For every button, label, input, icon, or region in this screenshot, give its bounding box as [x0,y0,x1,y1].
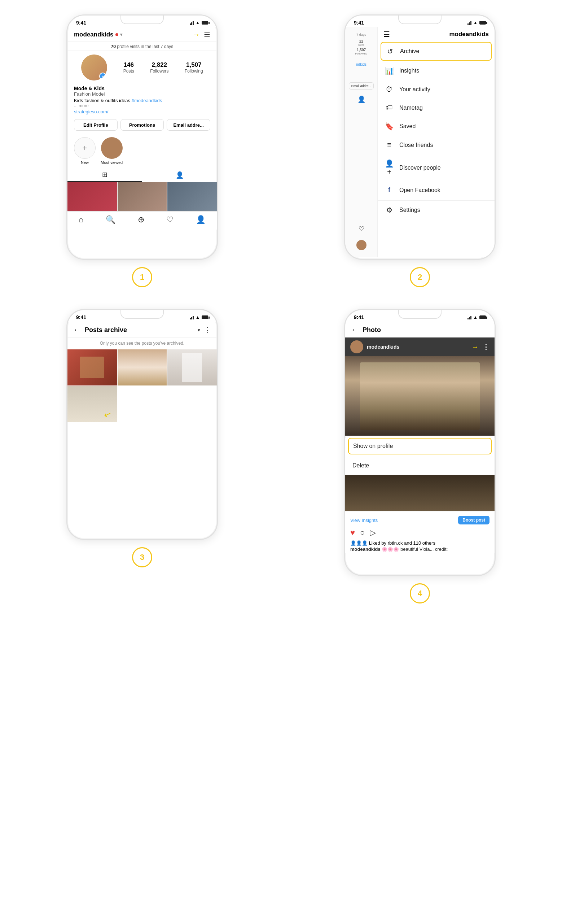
highlight-most-viewed[interactable]: Most viewed [101,137,123,165]
likes-row: 👤👤👤 Liked by rbtin.ck and 110 others [350,540,489,546]
time-2: 9:41 [354,20,364,26]
header-icons: → ☰ [192,30,210,39]
avatar-add-button[interactable]: + [99,72,106,80]
nav-profile-icon[interactable]: 👤 [196,215,206,225]
wifi-icon-4: ▲ [473,315,478,320]
stat-following: 1,507 Following [185,62,203,74]
highlights-row: + New Most viewed [67,134,217,168]
cell-2: 9:41 ▲ 7 days 22 wers 1,507 Following [288,14,552,287]
back-icon[interactable]: ← [73,325,81,334]
photo-image [345,356,495,436]
menu-item-open-facebook[interactable]: f Open Facebook [378,181,495,199]
screen2-right-panel: ☰ modeandkids ↺ Archive 📊 Insights ⏱ [378,27,495,257]
discover-people-icon: 👤+ [384,159,394,176]
tab-tagged[interactable]: 👤 [142,168,217,182]
notch-4 [398,310,441,319]
delete-button[interactable]: Delete [345,457,495,475]
archive-grid-item-2[interactable] [118,350,167,386]
hamburger-icon[interactable]: ☰ [204,30,210,39]
bio-link[interactable]: strategieso.com/ [74,109,108,114]
menu-hamburger-icon[interactable]: ☰ [383,30,390,39]
show-on-profile-button[interactable]: Show on profile [348,438,492,454]
left-nav-partial: ♡ [356,225,366,255]
post-header: modeandkids → ⋮ [345,338,495,356]
menu-item-nametag[interactable]: 🏷 Nametag [378,99,495,117]
time-1: 9:41 [76,20,86,26]
profile-username[interactable]: modeandkids ▾ [74,31,122,38]
bio-section: Mode & Kids Fashion Model Kids fashion &… [67,84,217,116]
step-4: 4 [410,583,430,603]
grid-item-3[interactable] [167,182,217,211]
left-kids-link: ndkids [354,61,368,68]
grid-item-1[interactable] [67,182,117,211]
left-tagged-icon: 👤 [357,95,365,103]
boost-button[interactable]: Boost post [458,516,489,525]
left-heart-icon: ♡ [359,225,364,233]
screen2-left-panel: 7 days 22 wers 1,507 Following ndkids Em… [345,27,378,257]
battery-icon-2 [480,21,486,24]
cell-1: 9:41 ▲ modeandkids ▾ → ☰ [10,14,274,287]
profile-header: modeandkids ▾ → ☰ [67,27,217,42]
post-username[interactable]: modeandkids [367,344,468,350]
highlight-new-circle: + [74,137,96,159]
archive-dropdown[interactable]: ▾ [198,327,200,333]
phone-4: 9:41 ▲ ← Photo modeandkids → ⋮ [344,309,496,576]
post-more-icon[interactable]: ⋮ [482,342,489,351]
left-content: 7 days 22 wers 1,507 Following [345,30,377,58]
grid-item-2[interactable] [118,182,167,211]
like-icon[interactable]: ♥ [350,528,355,537]
edit-profile-button[interactable]: Edit Profile [74,119,118,130]
phone-3: 9:41 ▲ ← Posts archive ▾ ⋮ Only you can … [66,309,218,540]
screen2-layout: 7 days 22 wers 1,507 Following ndkids Em… [345,27,495,257]
archive-more-icon[interactable]: ⋮ [204,326,211,334]
nav-add-icon[interactable]: ⊕ [138,215,144,225]
bio-text: Kids fashion & outfits ideas #modeandkid… [74,98,210,103]
email-button[interactable]: Email addre... [167,119,210,130]
menu-item-close-friends[interactable]: ≡ Close friends [378,136,495,154]
archive-grid-item-3[interactable] [167,350,217,386]
menu-item-discover-people[interactable]: 👤+ Discover people [378,154,495,181]
signal-icon-2 [468,21,471,25]
nav-home-icon[interactable]: ⌂ [79,215,83,225]
battery-icon-1 [202,21,208,24]
photo-back-icon[interactable]: ← [351,325,359,334]
archive-icon: ↺ [385,47,395,56]
archive-grid-item-4[interactable]: ↙ [67,386,117,422]
share-icon[interactable]: ▷ [370,528,376,537]
photo-title: Photo [363,326,489,334]
archive-grid: ↙ [67,350,217,422]
menu-item-activity[interactable]: ⏱ Your activity [378,80,495,99]
battery-icon-3 [202,315,208,319]
menu-item-saved[interactable]: 🔖 Saved [378,117,495,136]
highlight-new[interactable]: + New [74,137,96,165]
archive-title: Posts archive [85,326,194,334]
status-icons-3: ▲ [190,315,208,320]
signal-icon-1 [190,21,194,25]
content-tab-bar: ⊞ 👤 [67,168,217,182]
view-insights-link[interactable]: View Insights [350,518,378,523]
nav-heart-icon[interactable]: ♡ [166,215,173,225]
nametag-icon: 🏷 [384,104,394,112]
saved-icon: 🔖 [384,122,394,130]
menu-item-settings[interactable]: ⚙ Settings [378,200,495,219]
menu-username: modeandkids [449,31,489,38]
post-arrow-annotation: → [471,343,479,351]
post-actions: ♥ ○ ▷ [350,526,489,540]
step-1: 1 [132,267,152,287]
action-buttons: Edit Profile Promotions Email addre... [67,116,217,134]
tab-grid[interactable]: ⊞ [67,168,142,182]
notch-3 [121,310,164,319]
activity-icon: ⏱ [384,85,394,93]
step-3: 3 [132,547,152,567]
nav-search-icon[interactable]: 🔍 [106,215,115,225]
promotions-button[interactable]: Promotions [121,119,164,130]
wifi-icon-3: ▲ [196,315,200,320]
comment-icon[interactable]: ○ [360,528,365,537]
caption-row: modeandkids 🌸🌸🌸 beautiful Viola... credi… [350,546,489,552]
archive-grid-item-1[interactable] [67,350,117,386]
signal-icon-3 [190,315,194,320]
menu-item-insights[interactable]: 📊 Insights [378,62,495,80]
insights-icon: 📊 [384,66,394,75]
menu-item-archive[interactable]: ↺ Archive [381,42,492,61]
signal-icon-4 [468,315,471,320]
